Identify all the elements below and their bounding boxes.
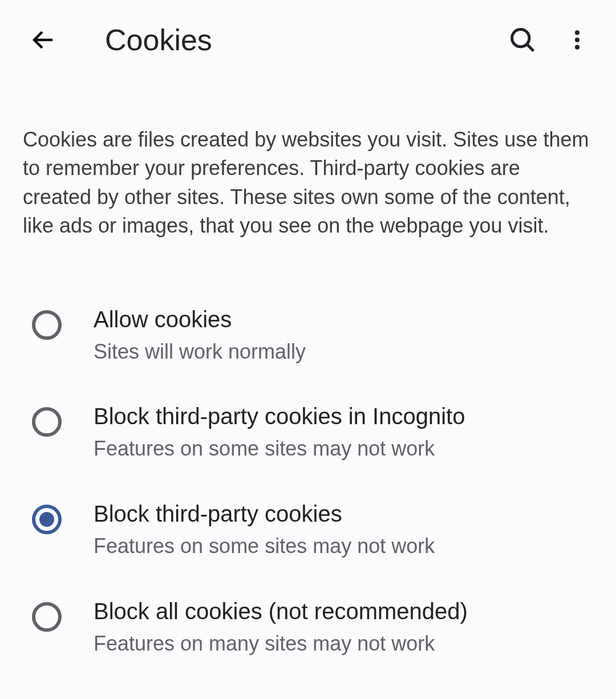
option-text: Block third-party cookies in Incognito F… [94, 401, 593, 462]
option-subtitle: Features on many sites may not work [94, 631, 593, 657]
svg-point-5 [575, 45, 579, 50]
back-button[interactable] [27, 24, 59, 56]
option-allow-cookies[interactable]: Allow cookies Sites will work normally [23, 286, 593, 384]
option-block-third-party-incognito[interactable]: Block third-party cookies in Incognito F… [23, 383, 593, 481]
radio-button[interactable] [32, 505, 62, 534]
more-vert-icon [565, 27, 590, 52]
option-subtitle: Features on some sites may not work [94, 533, 593, 560]
radio-button[interactable] [32, 602, 62, 632]
option-subtitle: Sites will work normally [94, 339, 593, 365]
svg-line-2 [527, 44, 534, 51]
options-list: Allow cookies Sites will work normally B… [0, 263, 616, 676]
header-actions [506, 24, 593, 56]
add-site-exception-button[interactable]: ADD SITE EXCEPTION [0, 676, 616, 699]
overflow-menu-button[interactable] [561, 24, 593, 56]
search-button[interactable] [506, 24, 538, 56]
search-icon [508, 25, 537, 55]
header: Cookies [0, 0, 616, 80]
arrow-left-icon [30, 26, 57, 54]
option-block-third-party[interactable]: Block third-party cookies Features on so… [23, 481, 593, 578]
option-text: Block all cookies (not recommended) Feat… [94, 596, 593, 657]
description-text: Cookies are files created by websites yo… [0, 80, 616, 263]
option-block-all-cookies[interactable]: Block all cookies (not recommended) Feat… [23, 578, 593, 676]
option-title: Allow cookies [94, 304, 593, 334]
svg-point-3 [575, 30, 579, 35]
option-title: Block third-party cookies in Incognito [94, 401, 593, 431]
option-title: Block all cookies (not recommended) [94, 596, 593, 626]
svg-point-1 [512, 30, 529, 47]
page-title: Cookies [105, 23, 506, 57]
option-subtitle: Features on some sites may not work [94, 436, 593, 462]
radio-button[interactable] [32, 407, 62, 437]
option-text: Allow cookies Sites will work normally [94, 304, 593, 365]
option-text: Block third-party cookies Features on so… [94, 499, 593, 560]
radio-button[interactable] [32, 310, 62, 340]
svg-point-4 [575, 38, 579, 42]
option-title: Block third-party cookies [94, 499, 593, 529]
